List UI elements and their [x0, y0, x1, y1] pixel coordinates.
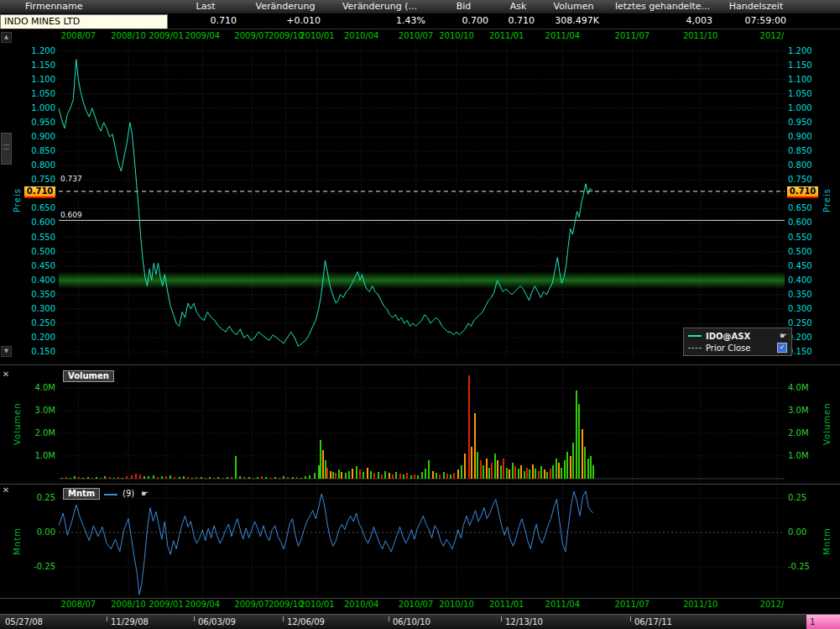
x-axis-label: 2011/01: [489, 31, 524, 40]
quote-column-header[interactable]: letztes gehandelte...: [606, 0, 719, 13]
quote-values-row: INDO MINES LTD 0.710 +0.010 1.43% 0.700 …: [0, 13, 840, 29]
company-name-field[interactable]: INDO MINES LTD: [0, 14, 168, 29]
x-axis-label: 2012/01: [760, 31, 784, 40]
slider-date-label: 12/06/09: [287, 617, 325, 626]
y-tick-label: 0.450: [788, 262, 812, 270]
y-tick-label: 0.400: [788, 276, 812, 285]
y-tick-label: 0.300: [788, 305, 812, 313]
y-tick-label: 1.0M: [788, 452, 809, 460]
y-tick-label: 0.500: [22, 248, 55, 256]
y-tick-label: 1.000: [788, 104, 812, 113]
volume-value: 308.497K: [541, 13, 606, 29]
volume-axis-title-left: Volumen: [12, 367, 22, 481]
y-tick-label: 2.0M: [22, 429, 55, 438]
x-axis-label: 2010/01: [300, 600, 335, 609]
close-volume-pane-button[interactable]: ✕: [1, 370, 11, 380]
quote-column-header[interactable]: Veränderung (...: [327, 0, 432, 13]
ask-value: 0.710: [495, 13, 541, 29]
slider-tick: [283, 616, 284, 621]
y-tick-label: 1.100: [788, 76, 812, 84]
quote-separator: [0, 29, 840, 29]
mntm-pane-label-chip[interactable]: Mntm: [63, 488, 100, 500]
slider-tick: [630, 616, 631, 621]
x-axis-label: 2009/10: [269, 31, 304, 40]
trading-chart-window: FirmennameLastVeränderungVeränderung (..…: [0, 0, 840, 629]
quote-column-header[interactable]: Firmenname: [0, 0, 168, 13]
x-axis-label: 2011/04: [545, 31, 581, 40]
scrollbar-thumb[interactable]: [1, 133, 12, 165]
scroll-up-button[interactable]: ▲: [1, 32, 12, 43]
y-tick-label: 1.000: [22, 104, 55, 113]
quote-column-header[interactable]: Last: [168, 0, 243, 13]
last-price-axis-marker-left: 0.710: [24, 186, 55, 198]
y-tick-label: 0.750: [788, 176, 812, 184]
slider-date-label: 06/10/10: [393, 617, 430, 626]
quote-column-header[interactable]: Veränderung: [243, 0, 327, 13]
drag-hand-icon[interactable]: ☛: [141, 490, 149, 498]
last-traded-size-value: 4,003: [606, 13, 719, 29]
x-axis-label: 2010/01: [300, 31, 335, 40]
y-tick-label: 0.350: [22, 291, 55, 299]
drag-hand-icon[interactable]: ☛: [780, 332, 787, 340]
slider-tick: [389, 616, 389, 621]
reference-line-annotation: 0.609: [60, 211, 82, 219]
y-tick-label: 0.800: [788, 161, 812, 170]
x-axis-label: 2008/10: [111, 600, 146, 609]
x-axis-label: 2012/01: [760, 600, 784, 609]
y-tick-label: 0.25: [788, 494, 806, 502]
x-axis-label: 2009/10: [269, 600, 304, 609]
x-axis-label: 2010/10: [439, 31, 474, 40]
y-tick-label: 1.0M: [22, 452, 55, 460]
y-tick-label: 0.600: [22, 218, 55, 227]
y-tick-label: 1.100: [22, 76, 55, 84]
y-tick-label: 0.00: [22, 528, 55, 537]
volume-plot[interactable]: [59, 367, 785, 481]
pane-separator[interactable]: [0, 364, 840, 365]
y-tick-label: 0.400: [22, 276, 55, 285]
slider-date-label: 06/03/09: [198, 617, 236, 626]
y-tick-label: 4.0M: [788, 384, 809, 392]
x-axis-top: 2008/072008/102009/012009/042009/072009/…: [0, 30, 784, 41]
momentum-plot[interactable]: [59, 485, 785, 598]
y-tick-label: -0.25: [788, 563, 810, 571]
scroll-down-button[interactable]: ▼: [1, 346, 12, 357]
slider-date-label: 12/13/10: [505, 617, 543, 626]
trade-time-value: 07:59:00: [719, 13, 793, 29]
y-tick-label: 0.550: [788, 233, 812, 242]
price-plot[interactable]: [59, 44, 785, 358]
volume-axis-title-right: Volumen: [822, 367, 832, 481]
slider-tick: [501, 616, 502, 621]
x-axis-label: 2011/10: [683, 600, 718, 609]
quote-column-header[interactable]: Volumen: [541, 0, 606, 13]
x-axis-label: 2008/07: [61, 31, 97, 40]
price-legend[interactable]: IDO@ASX ☛ Prior Close ✓: [683, 328, 792, 356]
prior-close-checkbox[interactable]: ✓: [777, 343, 787, 353]
slider-date-label: 06/17/11: [634, 617, 672, 626]
price-axis-title-right: Preis: [822, 44, 832, 358]
y-tick-label: 0.200: [22, 333, 55, 342]
y-tick-label: 0.650: [788, 204, 812, 212]
y-tick-label: 1.200: [788, 47, 812, 55]
volume-pane-label-chip[interactable]: Volumen: [63, 370, 114, 382]
quote-spacer: [793, 13, 840, 29]
y-tick-label: 0.950: [788, 118, 812, 127]
time-range-slider[interactable]: 1 05/27/0811/29/0806/03/0912/06/0906/10/…: [0, 614, 840, 629]
y-tick-label: 1.050: [22, 90, 55, 98]
slider-tick: [194, 616, 195, 621]
x-axis-label: 2009/04: [185, 31, 220, 40]
y-tick-label: 0.250: [22, 319, 55, 328]
slider-end-handle[interactable]: 1: [806, 615, 840, 629]
quote-column-header[interactable]: Ask: [495, 0, 541, 13]
close-mntm-pane-button[interactable]: ✕: [1, 485, 11, 495]
x-axis-label: 2010/07: [399, 31, 434, 40]
x-axis-label: 2011/10: [683, 31, 718, 40]
slider-tick: [107, 616, 107, 621]
quote-column-header[interactable]: Bid: [432, 0, 495, 13]
y-tick-label: 0.25: [22, 494, 55, 502]
x-axis-label: 2011/01: [489, 600, 524, 609]
quote-column-header[interactable]: Handelszeit: [719, 0, 793, 13]
change-percent-value: 1.43%: [327, 13, 432, 29]
x-axis-label: 2009/04: [185, 600, 220, 609]
y-tick-label: 0.650: [22, 204, 55, 212]
y-tick-label: 0.750: [22, 176, 55, 184]
